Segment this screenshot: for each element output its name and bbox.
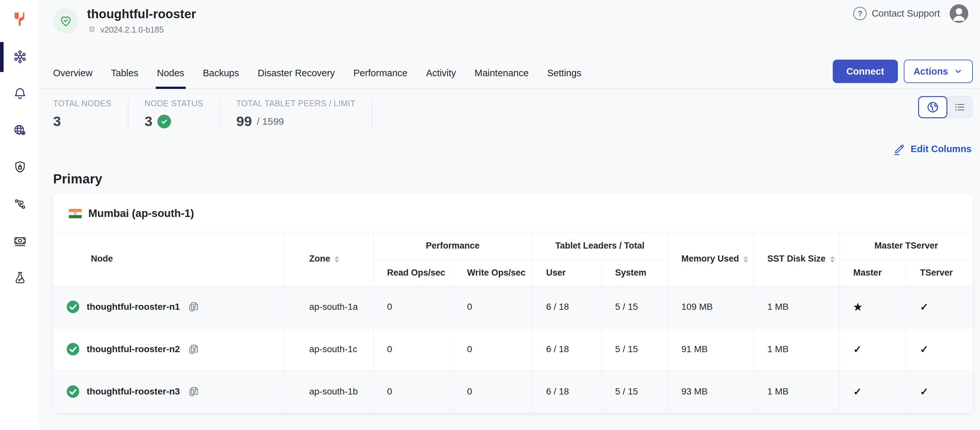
memory-cell: 109 MB	[668, 286, 754, 328]
copy-icon	[187, 301, 199, 313]
write-ops-cell: 0	[453, 286, 532, 328]
cluster-section-title: Primary	[53, 172, 980, 186]
sidebar-nav	[0, 38, 40, 296]
tab-tables[interactable]: Tables	[111, 68, 138, 88]
person-icon	[950, 4, 968, 23]
stat-label: TOTAL TABLET PEERS / LIMIT	[236, 99, 355, 108]
region-name: Mumbai (ap-south-1)	[88, 207, 194, 220]
globe-icon	[926, 100, 940, 114]
sidebar-item-universes[interactable]	[0, 38, 40, 75]
stat-total-nodes: TOTAL NODES 3	[53, 99, 128, 129]
master-check: ✓	[840, 328, 906, 370]
sidebar	[0, 0, 40, 430]
node-cell: thoughtful-rooster-n1	[53, 286, 285, 328]
node-name: thoughtful-rooster-n2	[87, 344, 180, 354]
write-ops-cell: 0	[453, 328, 532, 370]
stat-value: 3	[145, 113, 153, 129]
list-icon	[953, 101, 966, 114]
actions-button[interactable]: Actions	[904, 60, 973, 83]
system-tablets-cell: 5 / 15	[601, 328, 667, 370]
money-bill-icon	[13, 233, 28, 248]
yugabyte-logo-icon	[11, 11, 29, 28]
master-leader-star: ★	[840, 286, 906, 328]
column-header-system: System	[601, 260, 667, 286]
node-row: thoughtful-rooster-n2	[53, 328, 973, 370]
sidebar-item-security[interactable]	[0, 149, 40, 186]
zone-cell: ap-south-1a	[285, 286, 373, 328]
region-card-header: Mumbai (ap-south-1)	[53, 194, 973, 232]
tserver-check: ✓	[906, 370, 973, 413]
sidebar-item-cloud-config[interactable]	[0, 112, 40, 149]
sst-cell: 1 MB	[754, 370, 840, 413]
sidebar-item-billing[interactable]	[0, 223, 40, 259]
tserver-check: ✓	[906, 328, 973, 370]
map-view-toggle[interactable]	[918, 96, 947, 118]
copy-button[interactable]	[187, 343, 199, 355]
contact-support-button[interactable]: ? Contact Support	[853, 7, 940, 20]
sort-icon	[830, 256, 835, 263]
copy-button[interactable]	[187, 385, 199, 398]
sidebar-item-integrations[interactable]	[0, 186, 40, 223]
copy-icon	[187, 385, 199, 398]
column-header-tserver: TServer	[906, 260, 973, 286]
tab-maintenance[interactable]: Maintenance	[475, 68, 529, 88]
read-ops-cell: 0	[373, 286, 453, 328]
tab-actions: Connect Actions	[833, 60, 973, 83]
cluster-icon	[13, 49, 28, 65]
tab-overview[interactable]: Overview	[53, 68, 92, 88]
column-header-node: Node	[53, 232, 285, 286]
healthy-check-icon	[158, 115, 171, 128]
column-header-sst[interactable]: SST Disk Size	[754, 232, 840, 286]
stat-limit: / 1599	[257, 116, 284, 127]
actions-button-label: Actions	[913, 66, 948, 77]
connect-button[interactable]: Connect	[833, 60, 898, 83]
column-header-read-ops: Read Ops/sec	[373, 260, 453, 286]
user-tablets-cell: 6 / 18	[532, 286, 601, 328]
user-tablets-cell: 6 / 18	[532, 370, 601, 413]
version-row: v2024.2.1.0-b185	[87, 25, 196, 35]
node-cell: thoughtful-rooster-n2	[53, 328, 285, 370]
list-view-toggle[interactable]	[947, 96, 972, 118]
title-block: thoughtful-rooster v2024.2.1.0-b185	[87, 7, 196, 35]
node-name: thoughtful-rooster-n3	[87, 386, 180, 397]
topbar-right: ? Contact Support	[853, 4, 968, 23]
tab-settings[interactable]: Settings	[547, 68, 582, 88]
master-check: ✓	[840, 370, 906, 413]
user-tablets-cell: 6 / 18	[532, 328, 601, 370]
node-row: thoughtful-rooster-n1	[53, 286, 973, 328]
yugabyte-logo[interactable]	[0, 0, 40, 38]
sidebar-item-labs[interactable]	[0, 259, 40, 296]
stat-value: 99	[236, 113, 252, 129]
user-avatar[interactable]	[950, 4, 968, 23]
topbar: thoughtful-rooster v2024.2.1.0-b185 ? Co…	[40, 0, 980, 42]
system-tablets-cell: 5 / 15	[601, 286, 667, 328]
universe-version: v2024.2.1.0-b185	[100, 25, 164, 35]
system-tablets-cell: 5 / 15	[601, 370, 667, 413]
column-header-user: User	[532, 260, 601, 286]
copy-icon	[187, 343, 199, 355]
sort-icon	[743, 256, 748, 263]
stat-label: TOTAL NODES	[53, 99, 111, 108]
node-row: thoughtful-rooster-n3	[53, 370, 973, 413]
tab-disaster-recovery[interactable]: Disaster Recovery	[258, 68, 335, 88]
memory-cell: 93 MB	[668, 370, 754, 413]
tab-activity[interactable]: Activity	[426, 68, 456, 88]
chevron-down-icon	[953, 67, 963, 76]
edit-columns-button[interactable]: Edit Columns	[893, 142, 972, 155]
copy-button[interactable]	[187, 301, 199, 313]
globe-gear-icon	[13, 123, 28, 138]
tab-backups[interactable]: Backups	[203, 68, 239, 88]
sidebar-item-alerts[interactable]	[0, 75, 40, 112]
node-name: thoughtful-rooster-n1	[87, 302, 180, 312]
tab-performance[interactable]: Performance	[353, 68, 407, 88]
column-header-write-ops: Write Ops/sec	[453, 260, 532, 286]
tab-nodes[interactable]: Nodes	[157, 68, 185, 88]
stat-label: NODE STATUS	[145, 99, 203, 108]
column-header-memory[interactable]: Memory Used	[668, 232, 754, 286]
flask-icon	[13, 270, 28, 285]
edit-columns-label: Edit Columns	[911, 144, 972, 154]
healthy-status-icon	[66, 300, 80, 314]
read-ops-cell: 0	[373, 370, 453, 413]
column-header-zone[interactable]: Zone	[285, 232, 373, 286]
contact-support-label: Contact Support	[872, 8, 940, 19]
